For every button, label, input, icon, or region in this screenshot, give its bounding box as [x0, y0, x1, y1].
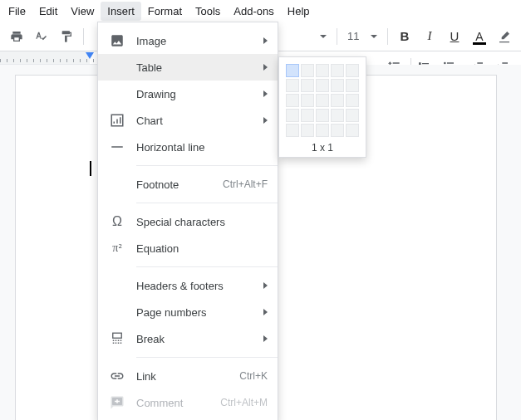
bold-button[interactable]: B	[393, 25, 416, 48]
table-grid-cell[interactable]	[301, 64, 314, 77]
spellcheck-button[interactable]	[30, 25, 53, 48]
insert-drawing[interactable]: Drawing	[98, 81, 278, 107]
menu-file[interactable]: File	[2, 2, 32, 21]
table-grid-cell[interactable]	[346, 64, 359, 77]
ruler-indent-marker[interactable]	[86, 52, 94, 59]
table-grid-cell[interactable]	[331, 124, 344, 137]
menu-format[interactable]: Format	[141, 2, 189, 21]
insert-menu-dropdown: Image Table Drawing Chart Horizontal lin…	[97, 22, 278, 420]
font-size-value: 11	[347, 30, 359, 42]
ruler-ticks	[0, 51, 100, 64]
table-grid-cell[interactable]	[301, 94, 314, 107]
insert-break[interactable]: Break	[98, 325, 278, 352]
table-grid-cell[interactable]	[316, 64, 329, 77]
table-grid-cell[interactable]	[286, 94, 299, 107]
paint-format-button[interactable]	[55, 25, 78, 48]
submenu-arrow-icon	[263, 64, 268, 71]
toolbar-separator	[83, 28, 84, 45]
table-grid-cell[interactable]	[346, 124, 359, 137]
italic-button[interactable]: I	[418, 25, 441, 48]
table-grid-cell[interactable]	[346, 109, 359, 122]
menu-item-label: Chart	[136, 115, 263, 127]
menu-item-label: Drawing	[136, 88, 263, 100]
insert-headers-footers[interactable]: Headers & footers	[98, 272, 278, 299]
svg-point-0	[444, 62, 446, 65]
print-button[interactable]	[5, 25, 28, 48]
menu-addons[interactable]: Add-ons	[227, 2, 280, 21]
menu-insert[interactable]: Insert	[101, 2, 141, 21]
insert-link[interactable]: Link Ctrl+K	[98, 363, 278, 389]
svg-rect-5	[113, 333, 122, 338]
insert-table[interactable]: Table	[98, 54, 278, 81]
hr-icon	[108, 139, 126, 155]
menu-item-shortcut: Ctrl+K	[239, 370, 268, 382]
table-icon	[108, 59, 126, 76]
image-icon	[108, 32, 126, 49]
table-grid-cell[interactable]	[331, 94, 344, 107]
submenu-arrow-icon	[263, 37, 268, 44]
link-icon	[108, 368, 126, 384]
footnote-icon	[108, 176, 126, 193]
text-color-button[interactable]: A	[468, 25, 491, 48]
font-size-selector[interactable]: 11	[342, 27, 382, 46]
chevron-down-icon	[371, 35, 377, 38]
highlight-color-button[interactable]	[493, 25, 516, 48]
menu-item-label: Special characters	[136, 216, 268, 228]
menu-tools[interactable]: Tools	[189, 2, 227, 21]
menu-item-label: Equation	[136, 242, 268, 255]
zoom-selector[interactable]	[315, 27, 332, 46]
table-grid-cell[interactable]	[301, 124, 314, 137]
table-grid-cell[interactable]	[316, 79, 329, 92]
menu-separator	[136, 357, 278, 358]
menu-item-label: Break	[136, 333, 263, 345]
menu-separator	[136, 165, 278, 166]
menu-item-shortcut: Ctrl+Alt+M	[220, 397, 268, 408]
blank-icon	[108, 277, 126, 294]
menu-item-label: Horizontal line	[136, 141, 268, 154]
menu-help[interactable]: Help	[281, 2, 317, 21]
menu-item-label: Headers & footers	[136, 280, 263, 292]
submenu-arrow-icon	[263, 117, 268, 124]
table-size-picker: 1 x 1	[278, 56, 366, 158]
table-grid-cell[interactable]	[331, 109, 344, 122]
table-grid-cell[interactable]	[331, 64, 344, 77]
menubar: File Edit View Insert Format Tools Add-o…	[0, 0, 521, 22]
table-grid-cell[interactable]	[316, 94, 329, 107]
table-grid-cell[interactable]	[331, 79, 344, 92]
menu-edit[interactable]: Edit	[32, 2, 64, 21]
insert-horizontal-line[interactable]: Horizontal line	[98, 134, 278, 160]
insert-image[interactable]: Image	[98, 27, 278, 54]
underline-button[interactable]: U	[443, 25, 466, 48]
menu-item-label: Link	[136, 370, 239, 383]
submenu-arrow-icon	[263, 335, 268, 342]
omega-icon: Ω	[108, 213, 126, 230]
menu-view[interactable]: View	[64, 2, 101, 21]
submenu-arrow-icon	[263, 309, 268, 315]
insert-equation[interactable]: π² Equation	[98, 235, 278, 261]
chart-icon	[108, 112, 126, 129]
table-grid-cell[interactable]	[286, 109, 299, 122]
table-grid-cell[interactable]	[346, 79, 359, 92]
toolbar-separator	[387, 28, 388, 45]
insert-chart[interactable]: Chart	[98, 107, 278, 134]
insert-footnote[interactable]: Footnote Ctrl+Alt+F	[98, 171, 278, 198]
table-grid-cell[interactable]	[316, 124, 329, 137]
menu-item-label: Image	[136, 35, 263, 47]
table-grid-cell[interactable]	[301, 79, 314, 92]
insert-page-numbers[interactable]: Page numbers	[98, 299, 278, 325]
table-grid-cell[interactable]	[316, 109, 329, 122]
toolbar-separator	[337, 28, 337, 45]
menu-item-label: Comment	[136, 397, 220, 409]
table-grid-cell[interactable]	[286, 124, 299, 137]
insert-special-characters[interactable]: Ω Special characters	[98, 208, 278, 235]
break-icon	[108, 330, 126, 347]
table-grid-cell[interactable]	[301, 109, 314, 122]
drawing-icon	[108, 85, 126, 102]
submenu-arrow-icon	[263, 282, 268, 289]
menu-separator	[136, 203, 278, 203]
table-size-grid[interactable]	[286, 64, 359, 137]
menu-item-label: Footnote	[136, 178, 223, 191]
table-grid-cell[interactable]	[286, 64, 299, 77]
table-grid-cell[interactable]	[286, 79, 299, 92]
table-grid-cell[interactable]	[346, 94, 359, 107]
